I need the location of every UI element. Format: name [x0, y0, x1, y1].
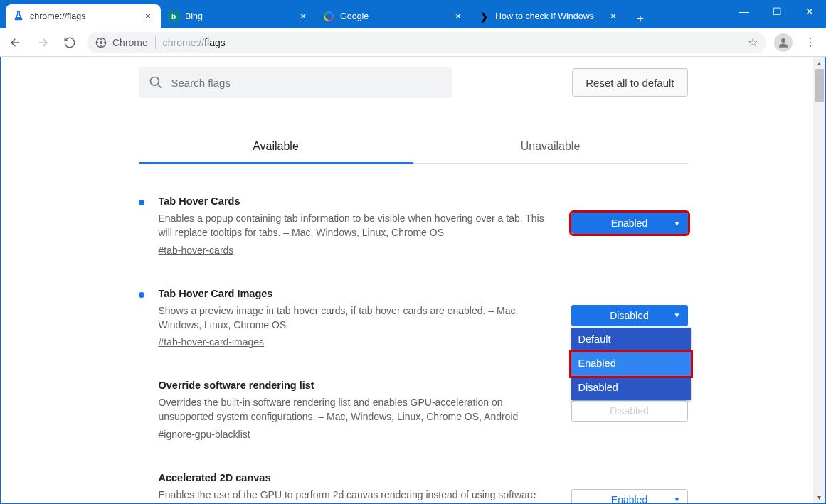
flag-row: Tab Hover Card Images Shows a preview im…: [139, 288, 688, 349]
page-viewport: ▴ ▾ Search flags Reset all to default Av…: [0, 57, 826, 504]
reload-button[interactable]: [60, 33, 80, 53]
chevron-down-icon: ▼: [674, 220, 681, 227]
flag-hash-link[interactable]: #tab-hover-card-images: [159, 336, 265, 348]
flag-hash-link[interactable]: #ignore-gpu-blacklist: [159, 429, 250, 440]
chevron-down-icon: ▼: [674, 495, 681, 503]
tab-title: Google: [340, 11, 452, 21]
changed-dot-icon: [139, 292, 144, 298]
flask-icon: [13, 11, 24, 22]
scroll-thumb[interactable]: [815, 69, 824, 102]
scroll-down-icon[interactable]: ▾: [813, 491, 825, 503]
flag-description: Enables the use of the GPU to perform 2d…: [159, 488, 557, 504]
reset-button[interactable]: Reset all to default: [572, 68, 687, 97]
browser-tab[interactable]: ❯ How to check if Windows ✕: [471, 4, 626, 28]
google-icon: [323, 11, 334, 22]
svg-point-11: [150, 77, 159, 86]
flag-title: Tab Hover Cards: [159, 195, 557, 207]
svg-point-5: [100, 41, 102, 44]
window-close[interactable]: ✕: [793, 0, 826, 23]
profile-button[interactable]: [773, 33, 793, 53]
search-placeholder: Search flags: [171, 77, 231, 89]
flag-select[interactable]: Enabled ▼: [571, 489, 688, 504]
url-text: chrome://flags: [163, 37, 226, 48]
toolbar: Chrome chrome://flags ☆ ⋮: [0, 28, 826, 57]
scroll-up-icon[interactable]: ▴: [813, 57, 825, 69]
tab-unavailable[interactable]: Unavailable: [413, 129, 688, 163]
dropdown-option[interactable]: Default: [571, 328, 691, 352]
browser-tab[interactable]: chrome://flags ✕: [6, 4, 161, 28]
tab-title: Bing: [185, 11, 297, 21]
tab-strip: chrome://flags ✕ b Bing ✕ Google ✕ ❯ How…: [0, 0, 826, 28]
flags-page: Search flags Reset all to default Availa…: [139, 57, 688, 504]
close-icon[interactable]: ✕: [142, 11, 154, 22]
window-maximize[interactable]: ☐: [761, 0, 793, 23]
browser-tab[interactable]: Google ✕: [316, 4, 471, 28]
flag-select[interactable]: Enabled ▼: [571, 213, 688, 234]
select-dropdown: Default Enabled Disabled: [571, 328, 691, 400]
tab-title: How to check if Windows: [495, 11, 608, 21]
tab-title: chrome://flags: [30, 11, 142, 21]
new-tab-button[interactable]: ＋: [630, 9, 650, 28]
bookmark-icon[interactable]: ☆: [748, 36, 758, 49]
flag-description: Shows a preview image in tab hover cards…: [159, 304, 557, 333]
flag-title: Override software rendering list: [159, 380, 557, 391]
close-icon[interactable]: ✕: [297, 11, 309, 22]
search-icon: [149, 75, 163, 90]
tab-available[interactable]: Available: [139, 129, 413, 163]
dropdown-option[interactable]: Enabled: [571, 352, 691, 376]
flag-title: Tab Hover Card Images: [159, 288, 557, 299]
changed-dot-icon: [139, 476, 144, 482]
site-info-icon[interactable]: Chrome: [95, 37, 148, 48]
dropdown-option[interactable]: Disabled: [571, 376, 691, 400]
flag-description: Overrides the built-in software renderin…: [159, 395, 557, 424]
flag-select[interactable]: Disabled ▼: [571, 305, 688, 326]
menu-button[interactable]: ⋮: [800, 33, 820, 53]
flag-row: Tab Hover Cards Enables a popup containi…: [139, 195, 688, 257]
search-input[interactable]: Search flags: [139, 67, 452, 98]
back-button[interactable]: [6, 33, 26, 53]
flag-row: Accelerated 2D canvas Enables the use of…: [139, 472, 688, 504]
svg-point-9: [104, 42, 105, 43]
svg-point-7: [100, 45, 102, 46]
close-icon[interactable]: ✕: [452, 11, 464, 22]
svg-point-10: [781, 38, 785, 43]
chevrons-icon: ❯: [478, 11, 489, 22]
bing-icon: b: [168, 11, 179, 22]
avatar-icon: [774, 33, 793, 52]
flag-hash-link[interactable]: #tab-hover-cards: [159, 245, 234, 256]
vertical-scrollbar[interactable]: ▴ ▾: [813, 57, 825, 503]
forward-button[interactable]: [33, 33, 53, 53]
chevron-down-icon: ▼: [674, 311, 681, 319]
window-minimize[interactable]: ―: [728, 0, 761, 23]
page-tabs: Available Unavailable: [139, 129, 688, 164]
flag-title: Accelerated 2D canvas: [159, 472, 557, 483]
svg-point-8: [97, 42, 98, 43]
flag-description: Enables a popup containing tab informati…: [159, 211, 557, 240]
secure-label: Chrome: [112, 37, 148, 48]
close-icon[interactable]: ✕: [608, 11, 619, 22]
browser-tab[interactable]: b Bing ✕: [161, 4, 316, 28]
changed-dot-icon: [139, 384, 144, 390]
address-bar[interactable]: Chrome chrome://flags ☆: [87, 32, 766, 53]
divider: [155, 36, 156, 49]
changed-dot-icon: [139, 200, 144, 205]
svg-point-6: [100, 38, 102, 40]
